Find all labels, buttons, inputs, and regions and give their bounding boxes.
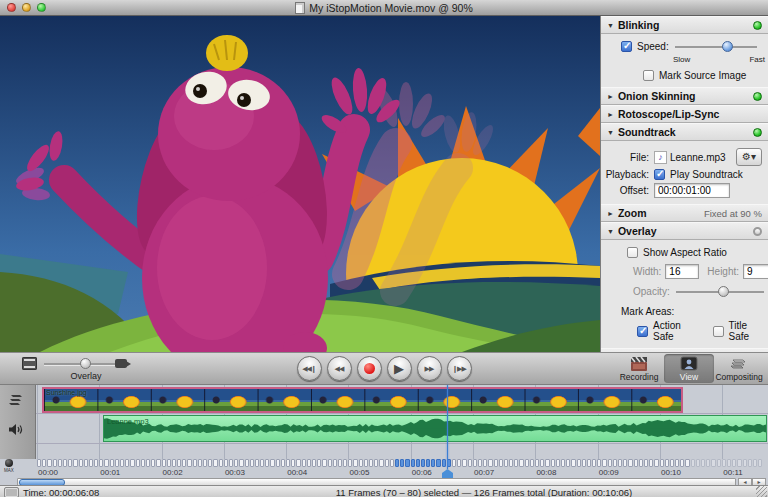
frame-cell[interactable] [307,459,311,467]
frame-cell[interactable] [302,459,306,467]
frame-cell[interactable] [187,459,191,467]
frame-cell[interactable] [136,459,140,467]
frame-cell[interactable] [73,459,77,467]
disclosure-triangle-icon[interactable] [607,129,614,136]
disclosure-triangle-icon[interactable] [607,228,614,235]
frame-cell[interactable] [670,459,674,467]
frame-cell[interactable] [509,459,513,467]
frame-cell[interactable] [597,459,601,467]
frame-cell[interactable] [462,459,466,467]
frame-cell[interactable] [608,459,612,467]
frame-cell[interactable] [540,459,544,467]
soundtrack-action-button[interactable]: ⚙▾ [736,148,762,166]
frame-cell[interactable] [156,459,160,467]
panel-header-zoom[interactable]: Zoom Fixed at 90 % [601,204,768,222]
frame-cell[interactable] [390,459,394,467]
frame-cell[interactable] [125,459,129,467]
show-aspect-ratio-checkbox[interactable] [627,247,638,258]
go-to-start-button[interactable]: ◀◀❙ [297,356,322,381]
frame-cell[interactable] [37,459,41,467]
frame-cell[interactable] [317,459,321,467]
frame-cell[interactable] [359,459,363,467]
frame-cell[interactable] [623,459,627,467]
frame-cell[interactable] [296,459,300,467]
frame-cell[interactable] [141,459,145,467]
overlay-mix-slider[interactable] [44,358,122,369]
opacity-slider[interactable] [676,286,764,297]
frame-cell[interactable] [42,459,46,467]
frame-cell[interactable] [639,459,643,467]
frame-cell[interactable] [276,459,280,467]
frame-cell[interactable] [369,459,373,467]
frame-cell[interactable] [628,459,632,467]
frame-cell[interactable] [234,459,238,467]
frame-cell[interactable] [167,459,171,467]
video-track-icon[interactable] [8,393,26,406]
frame-cell[interactable] [395,459,399,467]
view-mode-button[interactable]: View [664,354,714,383]
close-window-button[interactable] [7,3,16,12]
disclosure-triangle-icon[interactable] [607,93,614,100]
frame-cell[interactable] [577,459,581,467]
playhead-line[interactable] [447,385,448,469]
frame-cell[interactable] [333,459,337,467]
frame-cell[interactable] [468,459,472,467]
frame-cell[interactable] [255,459,259,467]
frame-cell[interactable] [436,459,440,467]
blink-speed-slider[interactable] [675,41,757,52]
frame-cell[interactable] [727,459,731,467]
frame-cell[interactable] [115,459,119,467]
go-to-end-button[interactable]: ❙▶▶ [447,356,472,381]
frame-cell[interactable] [602,459,606,467]
step-back-button[interactable]: ◀◀ [327,356,352,381]
onion-skinning-led-indicator[interactable] [753,92,762,101]
frame-cell[interactable] [452,459,456,467]
frame-cell[interactable] [385,459,389,467]
soundtrack-led-indicator[interactable] [753,128,762,137]
height-field[interactable] [743,264,768,279]
frame-cell[interactable] [203,459,207,467]
frame-cell[interactable] [634,459,638,467]
frame-cell[interactable] [494,459,498,467]
frame-cell[interactable] [660,459,664,467]
title-safe-checkbox[interactable] [713,326,724,337]
resize-grip[interactable] [756,486,767,497]
overlay-led-indicator[interactable] [753,227,762,236]
frame-cell[interactable] [691,459,695,467]
frame-cell[interactable] [58,459,62,467]
frame-cell[interactable] [328,459,332,467]
frame-cell[interactable] [743,459,747,467]
frame-cell[interactable] [416,459,420,467]
frame-cell[interactable] [411,459,415,467]
blinking-enabled-checkbox[interactable] [621,41,632,52]
frame-cell[interactable] [483,459,487,467]
frame-cell[interactable] [53,459,57,467]
blinking-led-indicator[interactable] [753,21,762,30]
frame-cell[interactable] [322,459,326,467]
minimize-window-button[interactable] [22,3,31,12]
frame-cell[interactable] [353,459,357,467]
frame-cell[interactable] [151,459,155,467]
frame-cell[interactable] [213,459,217,467]
panel-header-onion-skinning[interactable]: Onion Skinning [601,87,768,105]
frame-cell[interactable] [208,459,212,467]
frame-cell[interactable] [286,459,290,467]
frame-cell[interactable] [473,459,477,467]
frame-cell[interactable] [426,459,430,467]
frame-cell[interactable] [198,459,202,467]
slider-thumb[interactable] [718,286,729,297]
frame-cell[interactable] [260,459,264,467]
frame-cell[interactable] [457,459,461,467]
frame-cell[interactable] [162,459,166,467]
frame-cell[interactable] [110,459,114,467]
zoom-window-button[interactable] [37,3,46,12]
timeline-zoom-control[interactable]: MAX [2,459,16,473]
frame-cell[interactable] [250,459,254,467]
frame-cell[interactable] [680,459,684,467]
frame-cell[interactable] [711,459,715,467]
frame-cell[interactable] [556,459,560,467]
frame-cell[interactable] [717,459,721,467]
frame-cell[interactable] [618,459,622,467]
frame-cell[interactable] [696,459,700,467]
panel-header-soundtrack[interactable]: Soundtrack [601,123,768,141]
